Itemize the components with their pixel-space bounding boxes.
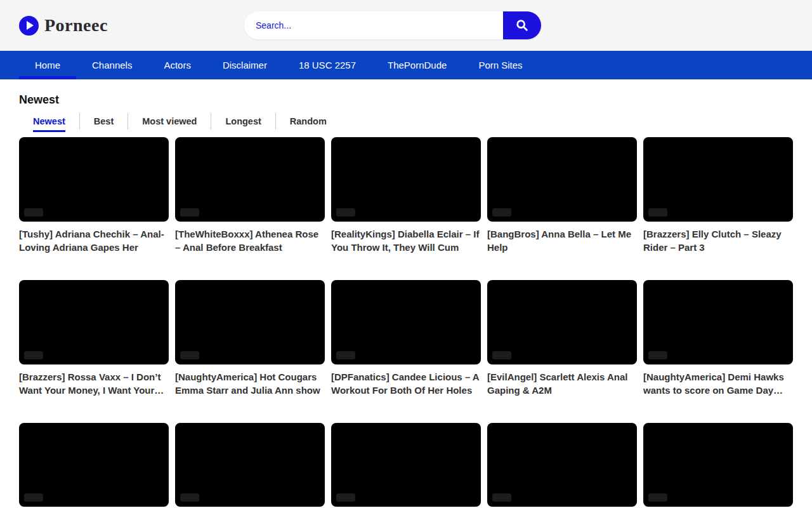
video-card-2[interactable]: [TheWhiteBoxxx] Athenea Rose – Anal Befo… bbox=[175, 137, 325, 254]
search-icon bbox=[515, 18, 529, 32]
duration-badge bbox=[648, 351, 667, 359]
duration-badge bbox=[180, 208, 199, 217]
video-card-13[interactable] bbox=[331, 423, 481, 508]
video-card-4[interactable]: [BangBros] Anna Bella – Let Me Help bbox=[487, 137, 637, 254]
video-title[interactable]: [BangBros] Anna Bella – Let Me Help bbox=[487, 227, 637, 254]
video-thumbnail[interactable] bbox=[175, 137, 325, 222]
video-thumbnail[interactable] bbox=[331, 423, 481, 507]
duration-badge bbox=[180, 351, 199, 359]
video-thumbnail[interactable] bbox=[487, 137, 637, 222]
video-title[interactable]: [DPFanatics] Candee Licious – A Workout … bbox=[331, 370, 481, 397]
nav-item-actors[interactable]: Actors bbox=[148, 51, 207, 79]
video-thumbnail[interactable] bbox=[643, 280, 793, 364]
video-title[interactable]: [Tushy] Adriana Chechik – Anal-Loving Ad… bbox=[19, 227, 169, 254]
duration-badge bbox=[336, 493, 355, 502]
nav-item-label: 18 USC 2257 bbox=[299, 60, 356, 70]
sort-tab-most-viewed[interactable]: Most viewed bbox=[128, 113, 211, 130]
search-button[interactable] bbox=[503, 11, 541, 39]
site-name: Porneec bbox=[44, 15, 108, 36]
site-header: Porneec bbox=[0, 0, 812, 51]
sort-tab-label: Best bbox=[94, 116, 114, 126]
video-title[interactable]: [Brazzers] Elly Clutch – Sleazy Rider – … bbox=[643, 227, 793, 254]
nav-item-disclaimer[interactable]: Disclaimer bbox=[207, 51, 283, 79]
video-card-5[interactable]: [Brazzers] Elly Clutch – Sleazy Rider – … bbox=[643, 137, 793, 254]
video-grid: [Tushy] Adriana Chechik – Anal-Loving Ad… bbox=[19, 137, 793, 508]
nav-item-home[interactable]: Home bbox=[19, 51, 76, 79]
nav-item-18-usc-2257[interactable]: 18 USC 2257 bbox=[283, 51, 372, 79]
video-card-10[interactable]: [NaughtyAmerica] Demi Hawks wants to sco… bbox=[643, 280, 793, 397]
video-title[interactable]: [NaughtyAmerica] Hot Cougars Emma Starr … bbox=[175, 370, 325, 397]
duration-badge bbox=[492, 351, 511, 359]
video-thumbnail[interactable] bbox=[331, 280, 481, 364]
sort-tab-label: Random bbox=[290, 116, 327, 126]
search-form bbox=[244, 11, 541, 39]
video-title[interactable]: [Brazzers] Rossa Vaxx – I Don’t Want You… bbox=[19, 370, 169, 397]
nav-item-label: Home bbox=[35, 60, 60, 70]
video-title[interactable]: [NaughtyAmerica] Demi Hawks wants to sco… bbox=[643, 370, 793, 397]
video-card-3[interactable]: [RealityKings] Diabella Eclair – If You … bbox=[331, 137, 481, 254]
video-thumbnail[interactable] bbox=[175, 280, 325, 364]
sort-tabs: Newest Best Most viewed Longest Random bbox=[19, 113, 793, 130]
video-card-14[interactable] bbox=[487, 423, 637, 508]
video-card-15[interactable] bbox=[643, 423, 793, 508]
sort-tab-best[interactable]: Best bbox=[80, 113, 128, 130]
duration-badge bbox=[648, 493, 667, 502]
nav-item-label: ThePornDude bbox=[388, 60, 447, 70]
duration-badge bbox=[24, 493, 43, 502]
page-title: Newest bbox=[19, 93, 793, 107]
video-card-6[interactable]: [Brazzers] Rossa Vaxx – I Don’t Want You… bbox=[19, 280, 169, 397]
video-thumbnail[interactable] bbox=[19, 137, 169, 222]
video-thumbnail[interactable] bbox=[487, 280, 637, 364]
nav-item-label: Channels bbox=[92, 60, 132, 70]
duration-badge bbox=[648, 208, 667, 217]
duration-badge bbox=[24, 208, 43, 217]
video-title[interactable]: [TheWhiteBoxxx] Athenea Rose – Anal Befo… bbox=[175, 227, 325, 254]
video-card-1[interactable]: [Tushy] Adriana Chechik – Anal-Loving Ad… bbox=[19, 137, 169, 254]
play-icon bbox=[19, 16, 39, 36]
search-input[interactable] bbox=[244, 11, 503, 39]
duration-badge bbox=[336, 208, 355, 217]
nav-item-label: Porn Sites bbox=[478, 60, 522, 70]
duration-badge bbox=[180, 493, 199, 502]
nav-item-channels[interactable]: Channels bbox=[76, 51, 148, 79]
duration-badge bbox=[24, 351, 43, 359]
video-thumbnail[interactable] bbox=[19, 423, 169, 507]
site-logo[interactable]: Porneec bbox=[19, 15, 108, 36]
nav-item-theporndude[interactable]: ThePornDude bbox=[372, 51, 462, 79]
sort-tab-random[interactable]: Random bbox=[276, 113, 341, 130]
video-title[interactable]: [EvilAngel] Scarlett Alexis Anal Gaping … bbox=[487, 370, 637, 397]
video-card-11[interactable] bbox=[19, 423, 169, 508]
duration-badge bbox=[492, 208, 511, 217]
sort-tab-longest[interactable]: Longest bbox=[211, 113, 275, 130]
duration-badge bbox=[336, 351, 355, 359]
duration-badge bbox=[492, 493, 511, 502]
sort-tab-label: Longest bbox=[225, 116, 261, 126]
sort-tab-label: Newest bbox=[33, 116, 65, 132]
video-thumbnail[interactable] bbox=[19, 280, 169, 364]
video-card-8[interactable]: [DPFanatics] Candee Licious – A Workout … bbox=[331, 280, 481, 397]
main-content: Newest Newest Best Most viewed Longest R… bbox=[0, 93, 812, 508]
main-nav: Home Channels Actors Disclaimer 18 USC 2… bbox=[0, 51, 812, 79]
video-thumbnail[interactable] bbox=[643, 137, 793, 222]
video-thumbnail[interactable] bbox=[175, 423, 325, 507]
video-card-12[interactable] bbox=[175, 423, 325, 508]
video-card-9[interactable]: [EvilAngel] Scarlett Alexis Anal Gaping … bbox=[487, 280, 637, 397]
nav-item-label: Actors bbox=[164, 60, 191, 70]
nav-item-label: Disclaimer bbox=[223, 60, 267, 70]
nav-item-porn-sites[interactable]: Porn Sites bbox=[462, 51, 538, 79]
video-thumbnail[interactable] bbox=[331, 137, 481, 222]
sort-tab-newest[interactable]: Newest bbox=[19, 113, 80, 130]
sort-tab-label: Most viewed bbox=[142, 116, 197, 126]
video-thumbnail[interactable] bbox=[643, 423, 793, 507]
video-thumbnail[interactable] bbox=[487, 423, 637, 507]
video-title[interactable]: [RealityKings] Diabella Eclair – If You … bbox=[331, 227, 481, 254]
video-card-7[interactable]: [NaughtyAmerica] Hot Cougars Emma Starr … bbox=[175, 280, 325, 397]
